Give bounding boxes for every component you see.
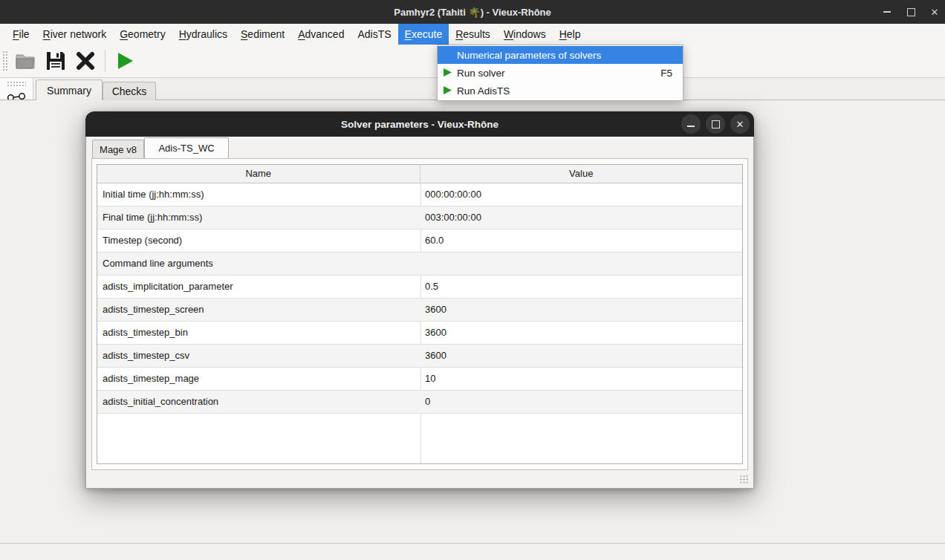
menu-execute[interactable]: Execute (398, 24, 449, 45)
tab-adis-ts-wc[interactable]: Adis-TS_WC (144, 137, 229, 158)
solver-parameters-dialog: Solver parameters - Vieux-Rhône ✕ Mage v… (85, 111, 754, 489)
menu-item-run-solver[interactable]: Run solver F5 (438, 64, 683, 82)
menu-adists[interactable]: AdisTS (351, 24, 397, 45)
param-value-cell[interactable]: 0 (420, 391, 742, 413)
table-row[interactable]: adists_timestep_screen 3600 (97, 299, 742, 322)
param-name-cell[interactable]: adists_timestep_csv (97, 345, 420, 367)
param-name-cell[interactable]: Command line arguments (97, 253, 420, 275)
table-row[interactable]: Initial time (jj:hh:mm:ss) 000:00:00:00 (97, 183, 742, 206)
play-icon (443, 85, 452, 95)
param-name-cell[interactable]: Final time (jj:hh:mm:ss) (97, 206, 420, 229)
toolbar-separator (105, 50, 105, 72)
param-value-cell[interactable]: 003:00:00:00 (420, 206, 742, 229)
param-name-cell[interactable]: adists_timestep_bin (97, 322, 420, 344)
solver-parameters-table: Name Value Initial time (jj:hh:mm:ss) 00… (97, 164, 743, 464)
dialog-resize-grip[interactable] (739, 475, 749, 484)
run-solver-shortcut: F5 (660, 68, 672, 79)
table-row[interactable]: Command line arguments (97, 253, 742, 276)
table-row[interactable]: adists_initial_concentration 0 (97, 391, 742, 414)
menu-river-network[interactable]: River network (36, 24, 114, 45)
maximize-icon (907, 8, 915, 16)
window-close-button[interactable]: ✕ (929, 6, 941, 18)
param-name-cell[interactable]: adists_timestep_mage (97, 368, 420, 390)
menu-geometry[interactable]: Geometry (113, 24, 172, 45)
param-value-cell[interactable]: 60.0 (420, 229, 742, 252)
toolbar-drag-handle[interactable] (2, 51, 7, 71)
param-value-cell[interactable]: 3600 (420, 299, 742, 321)
param-name-cell[interactable]: adists_initial_concentration (97, 391, 420, 413)
tab-mage-v8[interactable]: Mage v8 (92, 140, 144, 158)
menu-sediment[interactable]: Sediment (234, 24, 291, 45)
table-row[interactable]: Timestep (second) 60.0 (97, 229, 742, 253)
param-value-cell[interactable]: 10 (420, 368, 742, 390)
menubar: File River network Geometry Hydraulics S… (0, 24, 945, 45)
menu-item-numerical-parameters[interactable]: Numerical parameters of solvers (438, 46, 683, 64)
run-solver-button[interactable] (110, 47, 140, 75)
dialog-titlebar[interactable]: Solver parameters - Vieux-Rhône (85, 111, 754, 137)
param-name-cell[interactable]: adists_implicitation_parameter (97, 276, 420, 298)
window-titlebar: Pamhyr2 (Tahiti 🌴) - Vieux-Rhône (0, 0, 945, 24)
window-minimize-button[interactable] (881, 6, 893, 18)
play-icon (443, 68, 452, 77)
table-header: Name Value (97, 165, 742, 183)
dialog-title: Solver parameters - Vieux-Rhône (341, 119, 499, 130)
menu-advanced[interactable]: Advanced (291, 24, 351, 45)
dialog-body: Mage v8 Adis-TS_WC Name Value Initial ti… (85, 137, 754, 489)
menu-hydraulics[interactable]: Hydraulics (172, 24, 234, 45)
execute-dropdown-menu: Numerical parameters of solvers Run solv… (437, 45, 683, 101)
window-maximize-button[interactable] (905, 6, 917, 18)
param-value-cell[interactable] (420, 253, 742, 275)
save-study-button[interactable] (41, 47, 71, 75)
minimize-icon (687, 126, 695, 127)
menu-windows[interactable]: Windows (497, 24, 553, 45)
table-row[interactable]: adists_timestep_csv 3600 (97, 345, 742, 368)
table-row[interactable]: adists_implicitation_parameter 0.5 (97, 276, 742, 299)
param-value-cell[interactable]: 0.5 (420, 276, 742, 298)
dialog-minimize-button[interactable] (681, 114, 701, 134)
table-row[interactable]: adists_timestep_bin 3600 (97, 322, 742, 345)
save-floppy-icon (45, 51, 66, 71)
open-folder-icon (15, 51, 37, 71)
param-value-cell[interactable]: 3600 (420, 345, 742, 367)
header-value[interactable]: Value (420, 165, 743, 183)
param-name-cell[interactable]: adists_timestep_screen (97, 299, 420, 321)
table-body: Initial time (jj:hh:mm:ss) 000:00:00:00 … (97, 183, 742, 414)
dialog-tab-pane: Name Value Initial time (jj:hh:mm:ss) 00… (91, 158, 748, 470)
status-bar (0, 543, 945, 560)
close-x-icon (76, 51, 95, 71)
param-name-cell[interactable]: Initial time (jj:hh:mm:ss) (97, 183, 420, 206)
menu-item-run-adists[interactable]: Run AdisTS (438, 82, 683, 100)
menu-file[interactable]: File (6, 24, 36, 45)
close-icon: ✕ (931, 7, 939, 18)
tab-checks[interactable]: Checks (103, 82, 156, 100)
dialog-maximize-button[interactable] (706, 114, 725, 134)
window-title: Pamhyr2 (Tahiti 🌴) - Vieux-Rhône (394, 7, 551, 18)
table-row[interactable]: adists_timestep_mage 10 (97, 368, 742, 391)
open-study-button[interactable] (11, 47, 41, 75)
run-play-icon (114, 51, 135, 71)
vtoolbar-drag-handle[interactable] (7, 81, 26, 86)
close-study-button[interactable] (71, 47, 100, 75)
menu-results[interactable]: Results (449, 24, 497, 45)
table-row[interactable]: Final time (jj:hh:mm:ss) 003:00:00:00 (97, 206, 742, 229)
minimize-icon (883, 11, 891, 13)
maximize-icon (712, 120, 720, 128)
param-name-cell[interactable]: Timestep (second) (97, 229, 420, 252)
param-value-cell[interactable]: 000:00:00:00 (420, 183, 742, 206)
header-name[interactable]: Name (97, 165, 420, 183)
param-value-cell[interactable]: 3600 (420, 322, 742, 344)
tab-summary[interactable]: Summary (36, 79, 103, 100)
close-icon: ✕ (736, 119, 744, 130)
app-window: Pamhyr2 (Tahiti 🌴) - Vieux-Rhône ✕ File … (0, 0, 945, 560)
dialog-close-button[interactable]: ✕ (730, 114, 750, 134)
menu-help[interactable]: Help (553, 24, 588, 45)
